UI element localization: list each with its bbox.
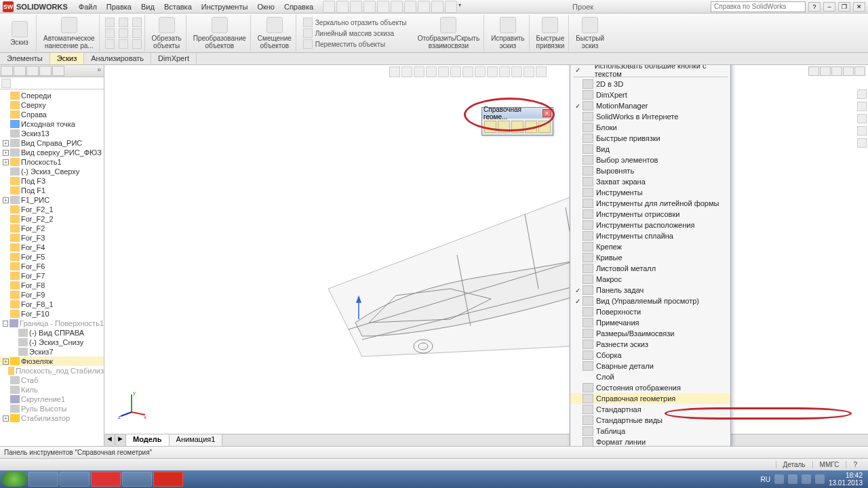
tab-scroll-right[interactable]: ► (115, 434, 126, 446)
menu-item[interactable]: Сварные детали (570, 361, 730, 371)
menu-item[interactable]: SolidWorks в Интернете (570, 111, 730, 122)
menu-item[interactable]: Кривые (570, 252, 730, 263)
menu-help[interactable]: Справка (280, 1, 317, 12)
doc-prev[interactable] (808, 66, 819, 76)
menu-item[interactable]: Поверхности (570, 306, 730, 317)
appearance-icon[interactable] (475, 66, 486, 77)
poly-icon[interactable] (105, 39, 115, 49)
menu-item[interactable]: 2D в 3D (570, 79, 730, 89)
ribbon-trim[interactable]: Обрезатьобъекты (148, 15, 186, 52)
vt13[interactable] (536, 66, 547, 77)
start-button[interactable] (1, 472, 27, 487)
qat-options[interactable] (431, 1, 443, 13)
menu-item[interactable]: Выровнять (570, 165, 730, 176)
tree-tab-pm[interactable] (14, 66, 26, 76)
tree-node[interactable]: For_F6 (0, 262, 104, 271)
menu-item[interactable]: ✓Использовать большие кнопки с текстом (570, 65, 730, 75)
menu-file[interactable]: Файл (75, 1, 101, 12)
vt12[interactable] (524, 66, 534, 77)
menu-item[interactable]: ✓MotionManager (570, 100, 730, 111)
menu-window[interactable]: Окно (253, 1, 279, 12)
feature-tree[interactable]: СпередиСверхуСправаИсходная точкаЭскиз13… (0, 89, 104, 446)
tree-tab-disp[interactable] (52, 66, 64, 76)
window-restore[interactable]: ❐ (838, 2, 850, 12)
point-icon[interactable] (132, 28, 142, 38)
refgeom-axis-icon[interactable] (498, 121, 510, 133)
zoom-area-icon[interactable] (401, 66, 412, 77)
doc-next[interactable] (820, 66, 831, 76)
menu-item[interactable]: Захват экрана (570, 176, 730, 187)
refgeom-coord-icon[interactable] (511, 121, 524, 133)
tree-node[interactable]: +Плоскость1 (0, 157, 104, 167)
doc-min[interactable] (831, 66, 842, 76)
qat-screen[interactable] (445, 1, 457, 13)
ellipse-icon[interactable] (119, 39, 128, 49)
tree-node[interactable]: For_F2_2 (0, 214, 104, 224)
toolbar-context-menu[interactable]: ✓CommandManager✓Использовать большие кно… (570, 65, 731, 446)
line-icon[interactable] (105, 18, 115, 27)
tab-animation[interactable]: Анимация1 (170, 434, 223, 446)
menu-item[interactable]: Стандартная (570, 404, 730, 415)
tree-node[interactable]: Сверху (0, 100, 104, 110)
taskpane-lib-icon[interactable] (857, 102, 867, 111)
menu-item[interactable]: Инструменты (570, 187, 730, 198)
qat-save[interactable] (363, 1, 376, 13)
menu-view[interactable]: Вид (137, 1, 159, 12)
tree-node[interactable]: Под F1 (0, 186, 104, 195)
tree-node[interactable]: For_F5 (0, 252, 104, 262)
menu-item[interactable]: Макрос (570, 274, 730, 285)
view-orient-icon[interactable] (438, 66, 449, 77)
graphics-area[interactable]: Справочная геоме... × (104, 65, 868, 446)
taskpane-appear-icon[interactable] (857, 126, 867, 136)
tab-evaluate[interactable]: Анализировать (84, 53, 151, 64)
menu-item[interactable]: Стандартные виды (570, 415, 730, 426)
tab-model[interactable]: Модель (126, 434, 170, 446)
tree-node[interactable]: (-) Эскиз_Снизу (0, 338, 104, 347)
rect-icon[interactable] (105, 28, 115, 38)
taskpane-prop-icon[interactable] (857, 138, 867, 148)
menu-item[interactable]: Листовой металл (570, 263, 730, 274)
menu-item[interactable]: Справочная геометрия (570, 393, 730, 404)
ribbon-sketch[interactable]: Эскиз (3, 15, 37, 52)
menu-item[interactable]: ✓Панель задач (570, 285, 730, 296)
qat-open[interactable] (350, 1, 362, 13)
menu-item[interactable]: Инструменты для литейной формы (570, 198, 730, 209)
ribbon-relations[interactable]: Отобразить/Скрытьвзаимосвязи (414, 15, 484, 52)
menu-item[interactable]: Крепеж (570, 241, 730, 252)
tree-node[interactable]: For_F9 (0, 290, 104, 300)
task-explorer[interactable] (28, 472, 58, 487)
menu-item[interactable]: ✓Вид (Управляемый просмотр) (570, 296, 730, 306)
ribbon-rapidsketch[interactable]: Быстрыйэскиз (572, 15, 608, 52)
status-help[interactable]: ? (846, 461, 864, 468)
refgeom-mate-icon[interactable] (538, 121, 551, 133)
scene-icon[interactable] (487, 66, 498, 77)
tree-node[interactable]: Руль Высоты (0, 404, 104, 413)
menu-item[interactable]: Формат линии (570, 436, 730, 446)
tree-node[interactable]: For_F8_1 (0, 300, 104, 309)
ribbon-snaps[interactable]: Быстрыепривязки (532, 15, 570, 52)
pattern-icon[interactable] (303, 28, 313, 38)
tree-node[interactable]: Справа (0, 110, 104, 119)
vt11[interactable] (511, 66, 522, 77)
section-view-icon[interactable] (426, 66, 437, 77)
view-settings-icon[interactable] (499, 66, 510, 77)
tree-node[interactable]: (-) Эскиз_Сверху (0, 167, 104, 176)
prev-view-icon[interactable] (414, 66, 425, 77)
tree-node[interactable]: +Вид сверху_РИС_ФЮЗ (0, 148, 104, 157)
tree-node[interactable]: Под F3 (0, 176, 104, 186)
tab-features[interactable]: Элементы (0, 53, 50, 64)
menu-item[interactable]: Вид (570, 144, 730, 155)
float-close-icon[interactable]: × (542, 109, 551, 117)
zoom-fit-icon[interactable] (389, 66, 400, 77)
menu-item[interactable]: Блоки (570, 122, 730, 133)
tab-dimxpert[interactable]: DimXpert (151, 53, 197, 64)
help-icon[interactable]: ? (808, 2, 821, 12)
window-minimize[interactable]: – (823, 2, 835, 12)
text-icon[interactable] (132, 39, 142, 49)
menu-item[interactable]: Выбор элементов (570, 155, 730, 165)
task-app2[interactable] (60, 472, 90, 487)
menu-item[interactable]: Размеры/Взаимосвязи (570, 328, 730, 339)
view-triad[interactable]: y x z (118, 389, 148, 419)
task-app4[interactable] (122, 472, 152, 487)
hide-show-icon[interactable] (462, 66, 473, 77)
